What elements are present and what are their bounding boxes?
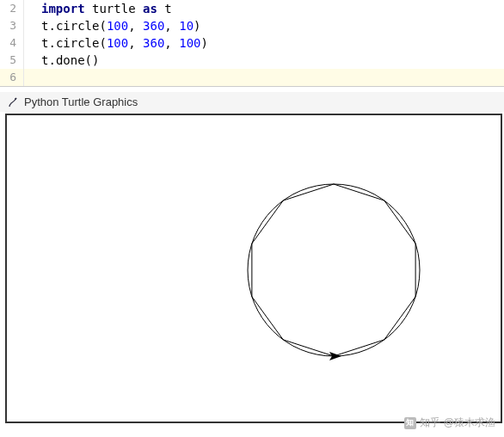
code-content[interactable]: import turtle as t [24,0,172,17]
line-number: 6 [0,69,24,86]
turtle-window-titlebar: Python Turtle Graphics [0,92,504,112]
watermark: 知 知乎 @猿木求渔 [404,415,495,430]
turtle-drawing [7,115,502,423]
code-content[interactable]: t.circle(100, 360, 10) [24,17,201,34]
svg-point-0 [248,184,420,356]
code-editor[interactable]: 2import turtle as t3t.circle(100, 360, 1… [0,0,504,87]
line-number: 5 [0,52,24,69]
code-content[interactable]: t.circle(100, 360, 100) [24,34,208,52]
code-line[interactable]: 3t.circle(100, 360, 10) [0,17,504,34]
watermark-text: @猿木求渔 [444,415,495,430]
watermark-platform: 知乎 [420,415,440,430]
code-line[interactable]: 6 [0,69,504,86]
zhihu-icon: 知 [404,417,416,429]
code-line[interactable]: 2import turtle as t [0,0,504,17]
code-line[interactable]: 5t.done() [0,52,504,69]
turtle-canvas [5,114,502,423]
line-number: 3 [0,17,24,34]
python-turtle-icon [7,96,19,108]
turtle-window-title: Python Turtle Graphics [24,95,138,108]
line-number: 2 [0,0,24,17]
code-content[interactable] [24,69,41,86]
code-content[interactable]: t.done() [24,52,99,69]
code-line[interactable]: 4t.circle(100, 360, 100) [0,34,504,52]
line-number: 4 [0,34,24,52]
